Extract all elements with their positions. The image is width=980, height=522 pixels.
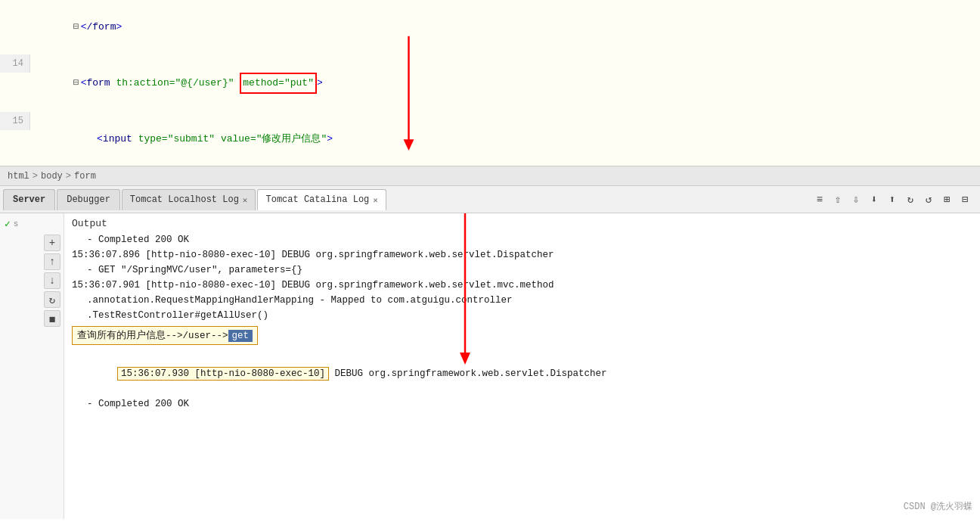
code-line-15: 15 <input type="submit" value="修改用户信息"> [0, 112, 980, 166]
code-attr-method: method= [243, 77, 284, 89]
toolbar-icon-grid[interactable]: ⊞ [939, 192, 954, 207]
tab-tomcat-catalina[interactable]: Tomcat Catalina Log ✕ [257, 189, 386, 210]
check-icon: ✓ [5, 218, 11, 230]
breadcrumb-html: html [8, 171, 29, 182]
code-tagname: form [86, 77, 116, 89]
code-highlighted-attr: method="put" [240, 73, 317, 94]
log-line-get-user: - GET "/SpringMVC/user", parameters={} [87, 263, 972, 278]
code-text: "修改用户信息" [256, 133, 327, 144]
code-text: input [103, 133, 138, 144]
toolbar-icon-up1[interactable]: ⇧ [830, 192, 845, 207]
log-debug-suffix: DEBUG org.springframework.web.servlet.Di… [329, 368, 607, 379]
panel-sidebar: ✓ s + ↑ ↓ ↻ ◼ [0, 213, 64, 519]
code-line-14: 14 ⊟<form th:action="@{/user}" method="p… [0, 54, 980, 112]
tab-close-localhost[interactable]: ✕ [243, 195, 248, 205]
line-number-15: 15 [0, 112, 30, 130]
tab-server-label: Server [13, 194, 45, 205]
code-attr-value: "put" [284, 77, 314, 89]
toolbar-icon-down2[interactable]: ⬇ [867, 192, 882, 207]
code-attr: th:action= [116, 77, 175, 89]
sidebar-btn-up[interactable]: ↑ [44, 253, 60, 270]
tabs-toolbar: ≡ ⇧ ⇩ ⬇ ⬆ ↻ ↺ ⊞ ⊟ [812, 192, 977, 207]
sidebar-btn-add[interactable]: + [44, 235, 60, 251]
log-line-controller: .TestRestController#getAllUser() [87, 308, 972, 323]
code-space [234, 77, 240, 89]
code-text: < [97, 133, 103, 144]
toolbar-icon-list[interactable]: ⊟ [957, 192, 972, 207]
code-line: ⊟</form> [0, 0, 980, 54]
sidebar-btn-stop[interactable]: ◼ [44, 310, 60, 327]
breadcrumb-form: form [74, 171, 96, 182]
sidebar-btn-refresh[interactable]: ↻ [44, 291, 60, 308]
line-number-14: 14 [0, 54, 30, 73]
fold-icon: ⊟ [73, 77, 79, 89]
code-bracket-close: > [317, 77, 323, 89]
breadcrumb-sep-1: > [33, 171, 38, 182]
code-text: > [116, 21, 122, 33]
panel-content: ✓ s + ↑ ↓ ↻ ◼ Output - Completed 200 OK … [0, 213, 980, 519]
fold-icon: ⊟ [73, 21, 79, 33]
sidebar-status-label: s [14, 219, 19, 228]
log-line-930: 15:36:07.930 [http-nio-8080-exec-10] DEB… [72, 351, 972, 396]
toolbar-icon-menu[interactable]: ≡ [812, 192, 827, 207]
sidebar-btn-down[interactable]: ↓ [44, 272, 60, 289]
code-text: > [327, 133, 333, 144]
tab-debugger-label: Debugger [67, 194, 110, 205]
sidebar-actions: + ↑ ↓ ↻ ◼ [0, 235, 64, 327]
breadcrumb-body: body [41, 171, 63, 182]
toolbar-icon-down1[interactable]: ⇩ [848, 192, 864, 207]
log-line-completed-200-1: - Completed 200 OK [87, 232, 972, 247]
line-content-15: <input type="submit" value="修改用户信息"> [30, 112, 333, 166]
breadcrumb: html > body > form [0, 166, 980, 186]
code-text: value= [221, 133, 256, 144]
log-get-badge: get [228, 330, 253, 342]
code-attrval: "@{/user}" [175, 77, 234, 89]
watermark: CSDN @洗火羽蝶 [904, 500, 972, 513]
log-line-896: 15:36:07.896 [http-nio-8080-exec-10] DEB… [72, 247, 972, 263]
breadcrumb-sep-2: > [66, 171, 71, 182]
log-line-901: 15:36:07.901 [http-nio-8080-exec-10] DEB… [72, 278, 972, 293]
log-area: Output - Completed 200 OK 15:36:07.896 [… [64, 213, 980, 519]
log-output-header: Output [72, 218, 972, 229]
code-text: "submit" [168, 133, 221, 144]
tab-server[interactable]: Server [3, 189, 55, 210]
tabs-bar: Server Debugger Tomcat Localhost Log ✕ T… [0, 186, 980, 213]
tab-tomcat-catalina-label: Tomcat Catalina Log [265, 194, 369, 205]
toolbar-icon-up2[interactable]: ⬆ [885, 192, 900, 207]
log-line-annotation: .annotation.RequestMappingHandlerMapping… [87, 293, 972, 308]
log-line-completed-200-2: - Completed 200 OK [87, 396, 972, 412]
code-text: /form [86, 21, 116, 33]
code-editor: ⊟</form> 14 ⊟<form th:action="@{/user}" … [0, 0, 980, 166]
log-query-text: 查询所有的用户信息-->/user--> [77, 331, 228, 341]
tab-tomcat-localhost[interactable]: Tomcat Localhost Log ✕ [122, 189, 256, 210]
toolbar-icon-undo[interactable]: ↺ [921, 192, 936, 207]
tab-debugger[interactable]: Debugger [57, 189, 120, 210]
sidebar-status-row: ✓ s [0, 216, 64, 231]
tab-tomcat-localhost-label: Tomcat Localhost Log [130, 194, 239, 205]
log-timestamp-highlight: 15:36:07.930 [http-nio-8080-exec-10] [117, 367, 329, 381]
bottom-panel: Server Debugger Tomcat Localhost Log ✕ T… [0, 186, 980, 519]
line-content: ⊟</form> [30, 0, 122, 54]
line-content-14: ⊟<form th:action="@{/user}" method="put"… [30, 54, 323, 112]
tab-close-catalina[interactable]: ✕ [373, 195, 378, 205]
log-highlight-block: 查询所有的用户信息-->/user-->get [72, 326, 258, 345]
code-text: type= [138, 133, 168, 144]
toolbar-icon-redo[interactable]: ↻ [903, 192, 918, 207]
